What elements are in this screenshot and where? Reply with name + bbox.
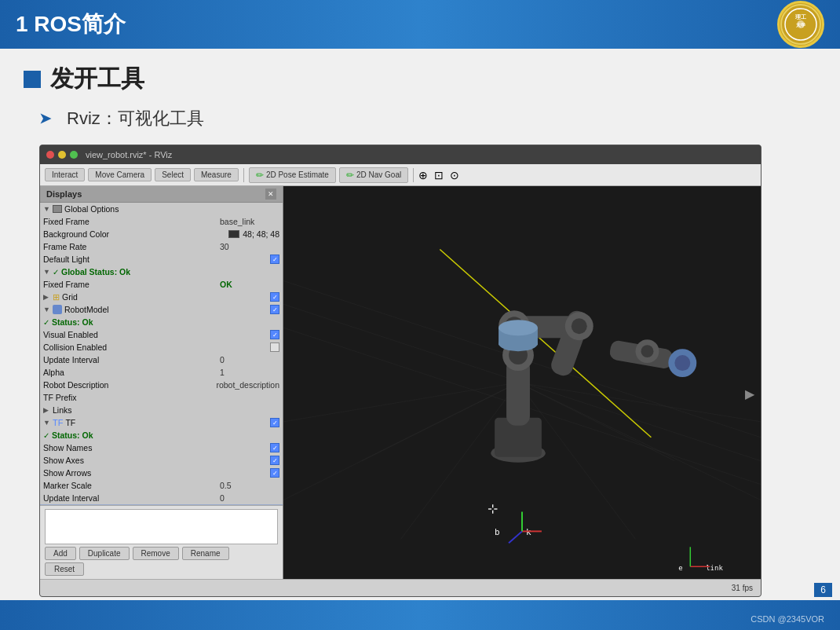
3d-viewport[interactable]: b k e link ↖ ▶: [283, 186, 761, 579]
move-camera-button[interactable]: Move Camera: [88, 168, 152, 181]
alpha-value: 1: [217, 368, 279, 377]
window-title: view_robot.rviz* - RViz: [86, 150, 172, 159]
list-item[interactable]: ✓ Status: Ok: [40, 316, 283, 328]
check-icon: ✓: [53, 268, 59, 277]
update-interval-tf-value: 0: [217, 493, 279, 503]
show-arrows-label: Show Arrows: [43, 468, 267, 478]
pose-estimate-button[interactable]: ✏ 2D Pose Estimate: [249, 167, 336, 183]
grid-checkbox[interactable]: [270, 292, 279, 302]
list-item[interactable]: Alpha 1: [40, 366, 283, 379]
section-header: 发开工具: [24, 63, 816, 95]
list-item[interactable]: Update Interval 0: [40, 353, 283, 366]
default-light-checkbox[interactable]: [270, 255, 279, 264]
rename-button[interactable]: Rename: [182, 547, 229, 560]
add-tool-icon[interactable]: ⊕: [418, 169, 428, 181]
svg-point-28: [572, 318, 587, 334]
camera-icon[interactable]: ⊡: [434, 169, 444, 181]
list-item[interactable]: Show Axes: [40, 454, 283, 467]
show-names-checkbox[interactable]: [270, 443, 279, 452]
list-item[interactable]: Robot Description robot_description: [40, 379, 283, 391]
list-item[interactable]: ✓ Status: Ok: [40, 429, 283, 441]
svg-text:▶: ▶: [745, 387, 755, 401]
expand-icon: ▼: [43, 419, 51, 427]
pose-icon: ✏: [256, 170, 264, 181]
show-axes-checkbox[interactable]: [270, 456, 279, 465]
list-item[interactable]: Background Color 48; 48; 48: [40, 228, 283, 240]
minimize-dot[interactable]: [58, 151, 66, 159]
displays-tree[interactable]: ▼ Global Options Fixed Frame base_link B…: [40, 203, 283, 505]
nav-goal-button[interactable]: ✏ 2D Nav Goal: [339, 167, 408, 183]
nav-icon: ✏: [346, 170, 354, 181]
grid-icon: ⊞: [53, 292, 60, 302]
duplicate-button[interactable]: Duplicate: [79, 547, 130, 560]
maximize-dot[interactable]: [70, 151, 78, 159]
section-indicator: [24, 71, 41, 88]
marker-scale-label: Marker Scale: [43, 481, 214, 490]
visual-enabled-checkbox[interactable]: [270, 330, 279, 339]
svg-text:e: e: [678, 564, 682, 572]
header-title: 1 ROS简介: [16, 9, 126, 39]
tf-checkbox[interactable]: [270, 418, 279, 427]
settings-icon[interactable]: ⊙: [450, 169, 459, 181]
list-item[interactable]: ▶ Links: [40, 404, 283, 416]
list-item[interactable]: Frame Rate 30: [40, 240, 283, 253]
interact-button[interactable]: Interact: [45, 168, 85, 181]
list-item[interactable]: ▼ Global Options: [40, 203, 283, 215]
displays-close-button[interactable]: ✕: [265, 189, 276, 200]
collision-enabled-label: Collision Enabled: [43, 342, 267, 352]
remove-button[interactable]: Remove: [133, 547, 179, 560]
default-light-label: Default Light: [43, 255, 267, 264]
list-item[interactable]: ▼ RobotModel: [40, 303, 283, 316]
collision-enabled-checkbox[interactable]: [270, 342, 279, 352]
displays-header: Displays ✕: [40, 186, 283, 203]
robot-status-label: Status: Ok: [52, 317, 279, 327]
check-icon: ✓: [43, 431, 49, 440]
list-item[interactable]: TF Prefix: [40, 391, 283, 404]
add-button[interactable]: Add: [45, 547, 76, 560]
select-button[interactable]: Select: [155, 168, 191, 181]
expand-icon: ▶: [43, 406, 51, 414]
list-item[interactable]: Marker Scale 0.5: [40, 479, 283, 492]
svg-text:理工: 理工: [794, 14, 806, 20]
list-item[interactable]: Fixed Frame base_link: [40, 215, 283, 228]
frame-rate-value: 30: [217, 242, 279, 251]
robot-model-checkbox[interactable]: [270, 305, 279, 314]
displays-panel: Displays ✕ ▼ Global Options Fixed Frame …: [40, 186, 283, 579]
color-value: 48; 48; 48: [243, 229, 279, 239]
update-interval-value: 0: [217, 355, 279, 364]
update-interval-label: Update Interval: [43, 355, 214, 364]
fixed-frame-status-label: Fixed Frame: [43, 280, 214, 289]
list-item[interactable]: ▼ ✓ Global Status: Ok: [40, 266, 283, 278]
list-item[interactable]: Update Interval 0: [40, 492, 283, 504]
section-title: 发开工具: [50, 63, 144, 95]
svg-text:b: b: [495, 527, 500, 537]
frame-rate-label: Frame Rate: [43, 242, 214, 251]
toolbar-separator-2: [413, 168, 414, 182]
background-color-label: Background Color: [43, 229, 228, 239]
close-dot[interactable]: [46, 151, 54, 159]
reset-button[interactable]: Reset: [45, 562, 84, 576]
tf-status-label: Status: Ok: [52, 430, 279, 440]
list-item[interactable]: ▶ ⊞ Grid: [40, 291, 283, 303]
window-controls: [46, 151, 78, 159]
svg-point-33: [674, 355, 690, 371]
measure-button[interactable]: Measure: [194, 168, 239, 181]
list-item[interactable]: Show Names: [40, 441, 283, 454]
list-item[interactable]: Visual Enabled: [40, 328, 283, 341]
show-axes-label: Show Axes: [43, 456, 267, 465]
svg-point-31: [641, 345, 654, 357]
rviz-panels: Displays ✕ ▼ Global Options Fixed Frame …: [40, 186, 761, 579]
fixed-frame-label: Fixed Frame: [43, 217, 214, 226]
sub-title: Rviz：可视化工具: [67, 107, 204, 130]
page-number: 6: [814, 583, 832, 597]
list-item[interactable]: Show Arrows: [40, 467, 283, 479]
show-names-label: Show Names: [43, 443, 267, 452]
list-item[interactable]: Collision Enabled: [40, 341, 283, 353]
alpha-label: Alpha: [43, 368, 214, 377]
fixed-frame-status-value: OK: [217, 280, 279, 289]
list-item[interactable]: ▼ TF TF: [40, 416, 283, 429]
list-item[interactable]: Fixed Frame OK: [40, 278, 283, 291]
show-arrows-checkbox[interactable]: [270, 468, 279, 478]
color-swatch: [228, 230, 239, 238]
list-item[interactable]: Default Light: [40, 253, 283, 266]
